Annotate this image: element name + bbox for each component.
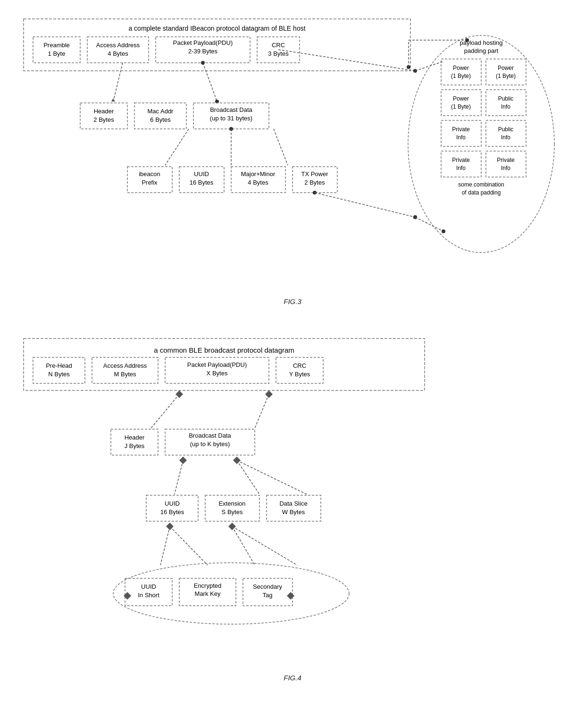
svg-line-18 xyxy=(315,193,415,217)
mac-addr-label: Mac Addr xyxy=(148,108,174,115)
fig4-broadcast-bytes: (up to K bytes) xyxy=(190,440,230,448)
grid-power2-bytes: (1 Byte) xyxy=(496,73,516,79)
svg-line-49 xyxy=(232,526,255,565)
svg-rect-26 xyxy=(486,90,526,116)
fig4-dataslice-label: Data Slice xyxy=(279,500,307,507)
svg-line-6 xyxy=(203,63,217,102)
svg-rect-23 xyxy=(441,59,481,85)
fig4-access-addr-bytes: M Bytes xyxy=(114,371,136,378)
grid-public2-info: Info xyxy=(501,134,510,141)
svg-line-10 xyxy=(165,129,189,165)
fig4-diagram: a common BLE broadcast protocol datagram… xyxy=(19,334,566,664)
grid-power2-label: Power xyxy=(498,65,514,71)
fig4-header-bytes: J Bytes xyxy=(125,442,145,449)
grid-private2-info: Info xyxy=(456,165,466,171)
fig4-crc-bytes: Y Bytes xyxy=(289,371,310,378)
svg-line-38 xyxy=(255,394,269,428)
dot8 xyxy=(465,38,469,42)
fig4-pdu-label: Packet Payload(PDU) xyxy=(187,361,247,368)
grid-public1-info: Info xyxy=(501,103,510,110)
fig4-uuid-short-label: UUID xyxy=(141,583,156,590)
preamble-label: Preamble xyxy=(43,42,70,49)
svg-line-5 xyxy=(113,63,123,102)
svg-line-43 xyxy=(237,460,307,494)
svg-line-47 xyxy=(160,526,170,565)
fig4-secondary-text: Tag xyxy=(263,592,273,599)
uuid-bytes: 16 Bytes xyxy=(190,179,214,186)
grid-power1-label: Power xyxy=(453,65,469,71)
svg-rect-27 xyxy=(441,120,481,146)
crc-bytes: 3 Bytes xyxy=(268,50,289,57)
fig4-encrypted-label: Encrypted xyxy=(194,582,222,589)
page: a complete standard IBeacon protocol dat… xyxy=(0,0,585,724)
broadcast-data-label: Broadcast Data xyxy=(210,106,252,113)
dot10 xyxy=(442,229,445,233)
grid-public1-label: Public xyxy=(498,95,514,102)
grid-private3-info: Info xyxy=(501,165,510,171)
tx-power-label: TX Power xyxy=(301,170,328,178)
grid-private2-label: Private xyxy=(452,157,470,163)
fig4-broadcast-label: Broadcast Data xyxy=(189,432,231,439)
svg-rect-29 xyxy=(441,151,481,177)
header-bytes: 2 Bytes xyxy=(93,116,114,123)
svg-line-48 xyxy=(170,526,208,565)
fig3-label: FIG.3 xyxy=(19,297,566,305)
grid-public2-label: Public xyxy=(498,126,514,133)
major-minor-bytes: 4 Bytes xyxy=(248,179,268,186)
pdu-bytes: 2-39 Bytes xyxy=(188,48,218,55)
crc-label: CRC xyxy=(272,42,285,49)
svg-line-12 xyxy=(274,129,288,165)
grid-power1-bytes: (1 Byte) xyxy=(451,73,471,79)
fig4-label: FIG.4 xyxy=(19,674,566,682)
access-addr-label: Access Address xyxy=(96,42,140,49)
svg-rect-25 xyxy=(441,90,481,116)
figure-4: a common BLE broadcast protocol datagram… xyxy=(19,334,566,682)
preamble-bytes: 1 Byte xyxy=(48,50,66,57)
uuid-label: UUID xyxy=(194,170,209,178)
broadcast-data-bytes: (up to 31 bytes) xyxy=(210,115,252,122)
grid-private1-label: Private xyxy=(452,126,470,133)
svg-line-42 xyxy=(237,460,259,494)
svg-rect-28 xyxy=(486,120,526,146)
dot1 xyxy=(201,61,205,65)
access-addr-bytes: 4 Bytes xyxy=(108,50,128,57)
fig4-encrypted-text: Mark Key xyxy=(195,590,221,597)
mac-addr-bytes: 6 Bytes xyxy=(150,116,171,123)
grid-private3-label: Private xyxy=(497,157,515,163)
combo-label1: some combination xyxy=(458,181,504,188)
fig4-pdu-bytes: X Bytes xyxy=(207,370,228,377)
grid-private1-info: Info xyxy=(456,134,466,141)
svg-rect-24 xyxy=(486,59,526,85)
diamond8 xyxy=(287,592,294,600)
figure-3: a complete standard IBeacon protocol dat… xyxy=(19,14,566,305)
fig4-uuid-bytes: 16 Bytes xyxy=(160,508,184,516)
svg-rect-30 xyxy=(486,151,526,177)
fig4-access-addr-label: Access Address xyxy=(103,362,147,369)
grid-power3-bytes: (1 Byte) xyxy=(451,103,471,110)
fig4-header-label: Header xyxy=(125,434,145,441)
fig4-crc-label: CRC xyxy=(293,362,306,369)
svg-line-37 xyxy=(151,394,179,428)
ibeacon-prefix: Prefix xyxy=(142,179,158,186)
svg-line-50 xyxy=(232,526,297,565)
fig4-uuid-short-text: In Short xyxy=(138,592,159,599)
payload-hosting-padding: padding part xyxy=(464,47,499,54)
combo-label2: of data padding xyxy=(462,189,501,196)
fig3-title: a complete standard IBeacon protocol dat… xyxy=(128,25,305,32)
grid-power3-label: Power xyxy=(453,95,469,102)
tx-power-bytes: 2 Bytes xyxy=(304,179,325,186)
fig4-title: a common BLE broadcast protocol datagram xyxy=(154,346,294,354)
svg-line-31 xyxy=(415,217,443,231)
pdu-label: Packet Payload(PDU) xyxy=(173,39,233,46)
ibeacon-label: ibeacon xyxy=(139,170,160,178)
header-label: Header xyxy=(94,108,114,115)
prehead-label: Pre-Head xyxy=(46,362,72,369)
fig3-diagram: a complete standard IBeacon protocol dat… xyxy=(19,14,566,288)
svg-line-20 xyxy=(415,61,443,71)
major-minor-label: Major+Minor xyxy=(241,170,276,178)
fig4-ext-bytes: S Bytes xyxy=(222,508,243,516)
fig4-ext-label: Extension xyxy=(218,500,245,507)
fig4-secondary-label: Secondary xyxy=(253,583,283,590)
svg-line-41 xyxy=(175,460,183,494)
svg-line-13 xyxy=(278,50,415,71)
